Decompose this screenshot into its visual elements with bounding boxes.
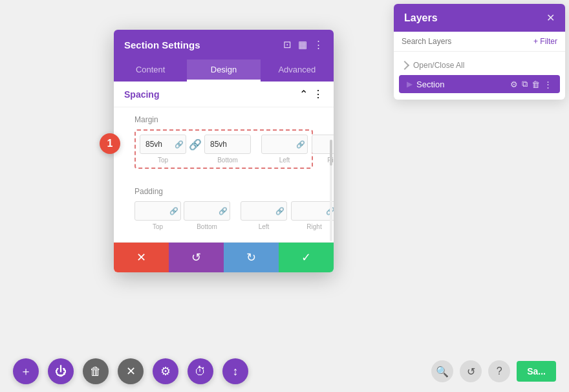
padding-top-field: 🔗 [134,201,181,221]
spacing-title: Spacing [124,89,159,100]
layer-arrow-icon: ▶ [407,80,413,89]
margin-grid: 🔗 Top 🔗 Bottom [140,135,308,164]
help-button[interactable]: ? [488,360,510,382]
scroll-thumb[interactable] [330,140,332,166]
more-icon[interactable]: ⋮ [314,39,323,50]
padding-bottom-label: Bottom [197,223,217,230]
save-button[interactable]: ✓ [279,243,334,272]
modal-body: Spacing ⌃ ⋮ Margin 🔗 [114,82,334,272]
margin-inputs-row: 🔗 Top 🔗 Bottom [134,129,313,169]
margin-left-field: 🔗 [261,135,308,154]
undo-button[interactable]: ↺ [169,243,224,272]
padding-bottom-link-icon: 🔗 [219,207,228,215]
margin-top-col: 🔗 Top [140,135,186,164]
modal-header: Section Settings ⊡ ▦ ⋮ [114,30,334,60]
padding-top-label: Top [153,223,163,230]
padding-bottom-col: 🔗 Bottom [184,201,230,230]
layers-header: Layers ✕ [394,4,565,32]
power-button[interactable]: ⏻ [48,358,74,384]
cancel-button[interactable]: ✕ [114,243,169,272]
modal-tabs: Content Design Advanced [114,60,334,82]
padding-bottom-field: 🔗 [184,201,230,221]
undo-global-button[interactable]: ↺ [460,360,482,382]
open-close-all-button[interactable]: Open/Close All [394,57,565,74]
layers-search-row: + Filter [394,32,565,52]
padding-right-label: Right [306,223,321,230]
toolbar-left: ＋ ⏻ 🗑 ✕ ⚙ ⏱ ↕ [13,358,248,384]
layer-item-label: Section [416,80,506,89]
modal-header-icons: ⊡ ▦ ⋮ [283,39,323,50]
margin-top-link-icon: 🔗 [175,140,184,149]
section-settings-modal: Section Settings ⊡ ▦ ⋮ Content Design Ad… [114,30,334,272]
modal-actions: ✕ ↺ ↻ ✓ [114,242,334,272]
fullscreen-icon[interactable]: ⊡ [283,39,292,50]
padding-left-label: Left [259,223,270,230]
margin-top-label: Top [158,157,168,164]
padding-right-field: 🔗 [291,201,334,221]
margin-top-bottom-pair: 🔗 Top 🔗 Bottom [140,135,251,164]
save-global-button[interactable]: Sa... [517,361,556,382]
margin-section: Margin 🔗 Top 🔗 [124,107,323,179]
collapse-icon[interactable]: ⌃ [299,88,308,100]
margin-bottom-col: Bottom [204,135,251,164]
padding-top-link-icon: 🔗 [169,207,178,215]
tab-content[interactable]: Content [114,60,187,82]
step-badge: 1 [100,133,120,154]
layers-title: Layers [404,12,438,24]
layer-item-icons: ⚙ ⧉ 🗑 ⋮ [510,79,552,89]
close-button[interactable]: ✕ [118,358,144,384]
layers-search-input[interactable] [402,37,530,46]
margin-left-col: 🔗 Left [261,135,308,164]
bottom-toolbar: ＋ ⏻ 🗑 ✕ ⚙ ⏱ ↕ 🔍 ↺ ? Sa... [0,358,569,384]
modal-title: Section Settings [124,39,200,50]
layer-delete-icon[interactable]: 🗑 [531,80,540,89]
padding-left-right-pair: 🔗 Left 🔗 Right [241,201,334,230]
padding-inputs-row: 🔗 Top 🔗 Bottom [134,201,313,230]
tab-advanced[interactable]: Advanced [261,60,334,82]
layer-settings-icon[interactable]: ⚙ [510,80,518,89]
margin-top-field: 🔗 [140,135,186,154]
modal-scroll-area: Margin 🔗 Top 🔗 [114,107,334,237]
padding-left-col: 🔗 Left [241,201,287,230]
margin-bottom-label: Bottom [217,157,238,164]
margin-link-btn[interactable]: 🔗 [189,138,202,151]
redo-button[interactable]: ↻ [224,243,279,272]
padding-top-bottom-pair: 🔗 Top 🔗 Bottom [134,201,230,230]
layer-item-section[interactable]: ▶ Section ⚙ ⧉ 🗑 ⋮ [399,75,560,93]
padding-left-field: 🔗 [241,201,287,221]
margin-left-right-pair: 🔗 Left 🔗 Right [261,135,334,164]
padding-right-col: 🔗 Right [291,201,334,230]
columns-icon[interactable]: ▦ [298,39,307,50]
delete-button[interactable]: 🗑 [83,358,109,384]
spacing-more-icon[interactable]: ⋮ [313,88,323,100]
padding-label: Padding [134,187,313,196]
layers-close-button[interactable]: ✕ [546,12,555,24]
tab-design[interactable]: Design [187,60,260,82]
settings-button[interactable]: ⚙ [153,358,178,384]
margin-bottom-input[interactable] [204,135,251,154]
add-button[interactable]: ＋ [13,358,39,384]
padding-section: Padding 🔗 Top � [124,179,323,237]
reorder-button[interactable]: ↕ [222,358,248,384]
margin-left-link-icon: 🔗 [296,140,305,149]
margin-left-label: Left [279,157,290,164]
layers-panel: Layers ✕ + Filter Open/Close All ▶ Secti… [394,4,565,100]
padding-left-link-icon: 🔗 [275,207,284,215]
spacing-header-icons: ⌃ ⋮ [299,88,323,100]
timer-button[interactable]: ⏱ [188,358,213,384]
spacing-header: Spacing ⌃ ⋮ [114,82,334,107]
scroll-track [330,140,332,241]
layers-filter-button[interactable]: + Filter [533,37,557,46]
margin-bottom-field [204,135,251,154]
margin-label: Margin [134,115,313,124]
padding-top-col: 🔗 Top [134,201,181,230]
layers-body: Open/Close All ▶ Section ⚙ ⧉ 🗑 ⋮ [394,52,565,100]
search-button[interactable]: 🔍 [431,360,453,382]
layer-duplicate-icon[interactable]: ⧉ [522,79,528,89]
toolbar-right: 🔍 ↺ ? Sa... [431,360,556,382]
layer-more-icon[interactable]: ⋮ [544,80,552,89]
